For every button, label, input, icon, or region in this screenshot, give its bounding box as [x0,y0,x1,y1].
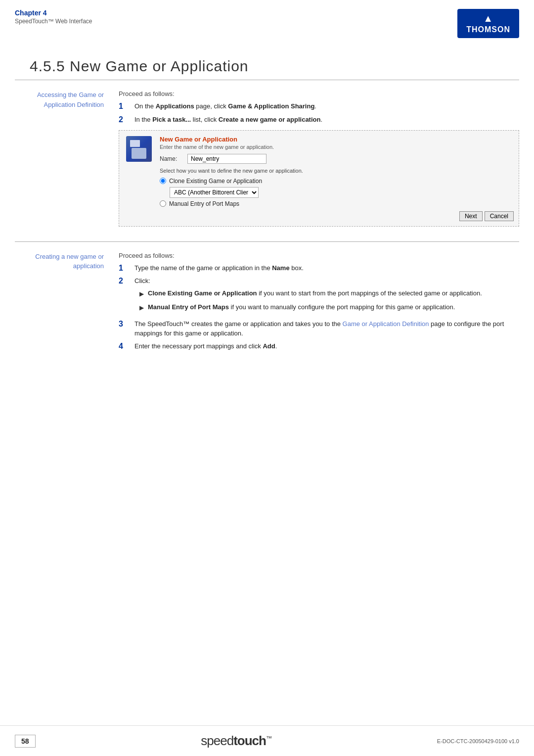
ui-form-area: New Game or Application Enter the name o… [160,136,514,221]
next-button[interactable]: Next [459,211,483,221]
footer-brand: speedtouch™ [201,733,271,749]
ui-button-row: Next Cancel [160,211,514,221]
step-2-1: 1 Type the name of the game or applicati… [119,263,519,274]
steps-list-1: 1 On the Applications page, click Game &… [119,101,519,125]
ui-application-icon [126,136,152,162]
ui-name-row: Name: [160,154,514,164]
ui-clone-select-row: ABC (Another Bittorent Client) [170,187,514,198]
chapter-subtitle: SpeedTouch™ Web Interface [15,18,92,25]
ui-name-label: Name: [160,155,184,162]
sub-step-manual-text: Manual Entry of Port Maps if you want to… [148,302,455,312]
steps-list-2: 1 Type the name of the game or applicati… [119,263,519,352]
radio-clone-label: Clone Existing Game or Application [169,178,262,185]
footer-docnum: E-DOC-CTC-20050429-0100 v1.0 [437,738,519,744]
section-creating-label: Creating a new game or application [15,252,114,355]
ui-form-title: New Game or Application [160,136,514,143]
page-title: 4.5.5 New Game or Application [30,58,504,75]
ui-radio-manual: Manual Entry of Port Maps [160,200,514,207]
section-accessing: Accessing the Game or Application Defini… [15,80,519,242]
game-definition-link[interactable]: Game or Application Definition [343,320,429,328]
radio-manual-label: Manual Entry of Port Maps [169,200,239,207]
section-creating-content: Proceed as follows: 1 Type the name of t… [114,252,519,355]
thomson-logo: ▲ THOMSON [457,9,519,38]
ui-select-desc: Select how you want to define the new ga… [160,168,514,174]
sub-steps-list: ▶ Clone Existing Game or Application if … [134,288,519,312]
sub-step-clone: ▶ Clone Existing Game or Application if … [139,288,519,298]
page-title-section: 4.5.5 New Game or Application [15,43,519,80]
step-2-2: 2 Click: ▶ Clone Existing Game or Applic… [119,276,519,316]
chapter-info: Chapter 4 SpeedTouch™ Web Interface [15,9,92,25]
sub-step-manual: ▶ Manual Entry of Port Maps if you want … [139,302,519,312]
ui-clone-select[interactable]: ABC (Another Bittorent Client) [170,187,259,198]
section-accessing-content: Proceed as follows: 1 On the Application… [114,90,519,232]
thomson-logo-text: THOMSON [466,25,510,34]
section-creating: Creating a new game or application Proce… [15,242,519,365]
step-1-1: 1 On the Applications page, click Game &… [119,101,519,112]
ui-name-input[interactable] [187,154,267,164]
radio-clone-input[interactable] [160,178,166,184]
ui-screenshot-box: New Game or Application Enter the name o… [119,130,519,227]
arrow-icon-2: ▶ [139,303,144,312]
cancel-button[interactable]: Cancel [485,211,514,221]
ui-radio-clone: Clone Existing Game or Application [160,178,514,185]
page-number: 58 [15,735,36,748]
ui-form-subtitle: Enter the name of the new game or applic… [160,144,514,150]
page-footer: 58 speedtouch™ E-DOC-CTC-20050429-0100 v… [0,725,534,756]
proceed-text-2: Proceed as follows: [119,252,519,259]
footer-brand-text: speedtouch™ [201,733,271,748]
main-content: Accessing the Game or Application Defini… [0,80,534,365]
chapter-title: Chapter 4 [15,9,92,17]
ui-icon-area [124,136,154,163]
step-2-3: 3 The SpeedTouch™ creates the game or ap… [119,319,519,338]
thomson-logo-icon: ▲ [483,13,493,24]
arrow-icon-1: ▶ [139,289,144,298]
sub-step-clone-text: Clone Existing Game or Application if yo… [148,288,482,298]
proceed-text-1: Proceed as follows: [119,90,519,97]
radio-manual-input[interactable] [160,200,166,207]
section-accessing-label: Accessing the Game or Application Defini… [15,90,114,232]
step-2-4: 4 Enter the necessary port mappings and … [119,341,519,352]
page-header: Chapter 4 SpeedTouch™ Web Interface ▲ TH… [0,0,534,38]
step-1-2: 2 In the Pick a task... list, click Crea… [119,115,519,125]
